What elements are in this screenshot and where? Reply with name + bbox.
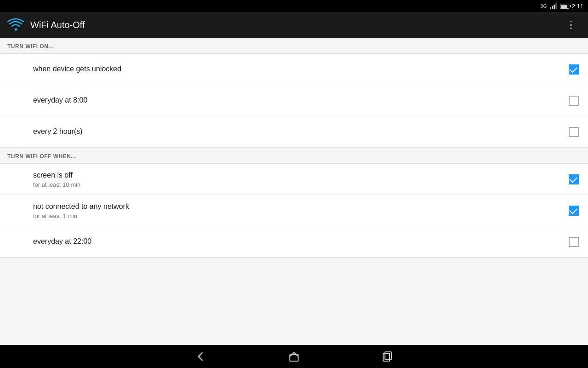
section-turn-wifi-off: TURN WIFI OFF WHEN... — [0, 148, 588, 164]
app-title: WiFi Auto-Off — [30, 20, 562, 30]
svg-rect-1 — [552, 6, 553, 9]
svg-rect-2 — [554, 5, 555, 9]
nav-home-button[interactable] — [284, 346, 304, 367]
status-bar: 3G 2:11 — [0, 0, 588, 12]
checkbox-unlock[interactable] — [569, 64, 579, 75]
main-content: TURN WIFI ON... when device gets unlocke… — [0, 38, 588, 345]
item-subtitle-no-network: for at least 1 min — [33, 213, 567, 219]
list-item-unlock[interactable]: when device gets unlocked — [0, 54, 588, 85]
battery-icon — [560, 4, 569, 9]
list-item-every-2-hours[interactable]: every 2 hour(s) — [0, 116, 588, 148]
checkbox-container-every-2-hours[interactable] — [567, 125, 581, 139]
list-item-screen-off[interactable]: screen is off for at least 10 min — [0, 164, 588, 195]
recents-icon — [381, 350, 394, 363]
item-title-unlock: when device gets unlocked — [33, 64, 567, 74]
navigation-bar — [0, 345, 588, 368]
checkbox-container-everyday-morning[interactable] — [567, 94, 581, 108]
checkbox-container-unlock[interactable] — [567, 63, 581, 76]
signal-indicator: 3G — [540, 3, 547, 9]
time-display: 2:11 — [572, 3, 583, 10]
home-icon — [288, 350, 300, 363]
item-title-screen-off: screen is off — [33, 170, 567, 180]
item-text-everyday-morning: everyday at 8:00 — [33, 95, 567, 105]
svg-point-4 — [15, 29, 17, 31]
item-text-no-network: not connected to any network for at leas… — [33, 201, 567, 219]
list-item-everyday-morning[interactable]: everyday at 8:00 — [0, 85, 588, 116]
wifi-app-icon — [7, 17, 24, 33]
app-bar: WiFi Auto-Off ⋮ — [0, 12, 588, 38]
list-item-everyday-night[interactable]: everyday at 22:00 — [0, 226, 588, 258]
item-title-everyday-night: everyday at 22:00 — [33, 236, 567, 247]
overflow-menu-button[interactable]: ⋮ — [562, 15, 581, 34]
list-item-no-network[interactable]: not connected to any network for at leas… — [0, 195, 588, 226]
nav-recents-button[interactable] — [378, 346, 398, 367]
signal-bars-icon — [550, 3, 557, 9]
back-icon — [194, 350, 207, 363]
checkbox-container-no-network[interactable] — [567, 204, 581, 218]
item-subtitle-screen-off: for at least 10 min — [33, 181, 567, 188]
item-title-no-network: not connected to any network — [33, 201, 567, 212]
checkbox-screen-off[interactable] — [569, 174, 579, 184]
checkbox-container-screen-off[interactable] — [567, 172, 581, 186]
item-text-unlock: when device gets unlocked — [33, 64, 567, 74]
section-header-turn-wifi-on: TURN WIFI ON... — [0, 38, 588, 53]
checkbox-no-network[interactable] — [569, 206, 579, 216]
checkbox-everyday-morning[interactable] — [569, 96, 579, 106]
item-text-screen-off: screen is off for at least 10 min — [33, 170, 567, 188]
item-title-every-2-hours: every 2 hour(s) — [33, 126, 567, 137]
section-turn-wifi-on: TURN WIFI ON... — [0, 38, 588, 54]
nav-back-button[interactable] — [190, 346, 210, 367]
checkbox-every-2-hours[interactable] — [569, 127, 579, 137]
item-text-everyday-night: everyday at 22:00 — [33, 236, 567, 247]
section-header-turn-wifi-off: TURN WIFI OFF WHEN... — [0, 148, 588, 163]
checkbox-container-everyday-night[interactable] — [567, 235, 581, 249]
item-title-everyday-morning: everyday at 8:00 — [33, 95, 567, 105]
svg-rect-3 — [555, 3, 557, 9]
item-text-every-2-hours: every 2 hour(s) — [33, 126, 567, 137]
svg-rect-0 — [550, 7, 551, 9]
checkbox-everyday-night[interactable] — [569, 237, 579, 247]
